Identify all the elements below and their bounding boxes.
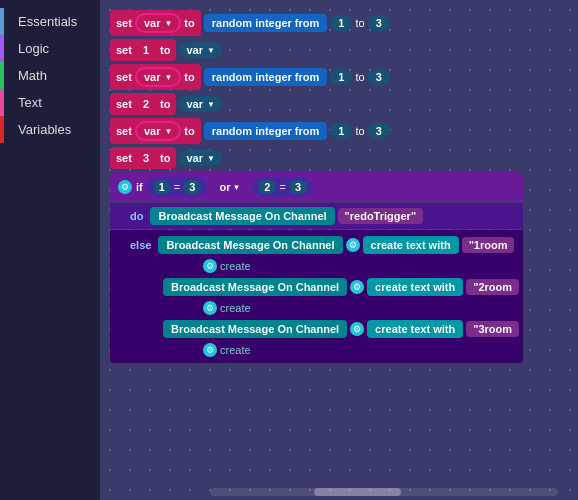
num-3c[interactable]: 3 xyxy=(368,123,390,139)
create-text-3[interactable]: create text with xyxy=(367,320,463,338)
cond-num-2[interactable]: 2 xyxy=(258,180,276,194)
do-section: do Broadcast Message On Channel " redoTr… xyxy=(110,203,523,229)
create-text-1[interactable]: create text with xyxy=(363,236,459,254)
num-1a[interactable]: 1 xyxy=(330,15,352,31)
create-text-2[interactable]: create text with xyxy=(367,278,463,296)
if-header: ⚙ if 1 = 3 or ▼ 2 = xyxy=(110,172,523,202)
gear-icon-if[interactable]: ⚙ xyxy=(118,180,132,194)
set-block-1[interactable]: set var to xyxy=(110,10,201,36)
else-section: else Broadcast Message On Channel ⚙ crea… xyxy=(110,230,523,363)
canvas-area: set var to random integer from 1 to 3 xyxy=(100,0,578,500)
scrollbar-thumb[interactable] xyxy=(314,488,401,496)
set-block-4[interactable]: set 2 to xyxy=(110,93,176,115)
gear-icon-2b[interactable]: ⚙ xyxy=(203,301,217,315)
broadcast-else-3[interactable]: Broadcast Message On Channel xyxy=(163,320,347,338)
var-dropdown-3[interactable]: var xyxy=(135,67,181,87)
num-3a[interactable]: 3 xyxy=(368,15,390,31)
gear-icon-2[interactable]: ⚙ xyxy=(350,280,364,294)
room-pill-3[interactable]: " 3room xyxy=(466,321,519,337)
cond-num-3b[interactable]: 3 xyxy=(289,180,307,194)
do-row: do Broadcast Message On Channel " redoTr… xyxy=(130,207,519,225)
gear-icon-3b[interactable]: ⚙ xyxy=(203,343,217,357)
set-block-5[interactable]: set var to xyxy=(110,118,201,144)
eq-block-1[interactable]: 1 = 3 xyxy=(147,177,208,197)
random-block-2[interactable]: random integer from xyxy=(204,68,328,86)
create-row-1: ⚙ create xyxy=(130,259,519,273)
eq-block-2[interactable]: 2 = 3 xyxy=(252,177,313,197)
num-1b[interactable]: 1 xyxy=(135,42,157,58)
num-1d[interactable]: 1 xyxy=(330,123,352,139)
set-3-to-var: set 3 to var xyxy=(110,147,523,169)
sidebar-item-text[interactable]: Text xyxy=(0,89,100,116)
num-3b[interactable]: 3 xyxy=(368,69,390,85)
num-3d[interactable]: 3 xyxy=(135,150,157,166)
else-row-3: Broadcast Message On Channel ⚙ create te… xyxy=(130,320,519,338)
set-block-3[interactable]: set var to xyxy=(110,64,201,90)
room-pill-2[interactable]: " 2room xyxy=(466,279,519,295)
broadcast-do[interactable]: Broadcast Message On Channel xyxy=(150,207,334,225)
set-var-row-3: set var to random integer from 1 to 3 xyxy=(110,118,523,144)
var-dropdown-1[interactable]: var xyxy=(135,13,181,33)
redo-trigger-pill[interactable]: " redoTrigger " xyxy=(338,208,424,224)
set-var-row-1: set var to random integer from 1 to 3 xyxy=(110,10,523,36)
sidebar-item-math[interactable]: Math xyxy=(0,62,100,89)
set-1-to-var: set 1 to var xyxy=(110,39,523,61)
num-2a[interactable]: 2 xyxy=(135,96,157,112)
room-pill-1[interactable]: " 1room xyxy=(462,237,515,253)
sidebar-item-logic[interactable]: Logic xyxy=(0,35,100,62)
broadcast-else-2[interactable]: Broadcast Message On Channel xyxy=(163,278,347,296)
sidebar-item-variables[interactable]: Variables xyxy=(0,116,100,143)
gear-icon-1[interactable]: ⚙ xyxy=(346,238,360,252)
cond-num-1[interactable]: 1 xyxy=(153,180,171,194)
broadcast-else-1[interactable]: Broadcast Message On Channel xyxy=(158,236,342,254)
blocks-container: set var to random integer from 1 to 3 xyxy=(110,10,523,363)
sidebar-item-essentials[interactable]: Essentials xyxy=(0,8,100,35)
random-block-1[interactable]: random integer from xyxy=(204,14,328,32)
var-dropdown-2[interactable]: var xyxy=(179,42,221,58)
if-label: if xyxy=(136,181,143,193)
else-row-2: Broadcast Message On Channel ⚙ create te… xyxy=(130,278,519,296)
cond-num-3a[interactable]: 3 xyxy=(183,180,201,194)
gear-icon-1b[interactable]: ⚙ xyxy=(203,259,217,273)
random-block-3[interactable]: random integer from xyxy=(204,122,328,140)
app-container: Essentials Logic Math Text Variables set… xyxy=(0,0,578,500)
var-dropdown-4[interactable]: var xyxy=(179,96,221,112)
num-1c[interactable]: 1 xyxy=(330,69,352,85)
set-block-2[interactable]: set 1 to xyxy=(110,39,176,61)
if-block: ⚙ if 1 = 3 or ▼ 2 = xyxy=(110,172,523,363)
create-row-2: ⚙ create xyxy=(130,301,519,315)
set-var-row-2: set var to random integer from 1 to 3 xyxy=(110,64,523,90)
else-row-1: else Broadcast Message On Channel ⚙ crea… xyxy=(130,236,519,254)
or-block[interactable]: or ▼ xyxy=(211,178,248,196)
scrollbar-track xyxy=(210,488,558,496)
gear-icon-3[interactable]: ⚙ xyxy=(350,322,364,336)
var-dropdown-6[interactable]: var xyxy=(179,150,221,166)
set-block-6[interactable]: set 3 to xyxy=(110,147,176,169)
var-dropdown-5[interactable]: var xyxy=(135,121,181,141)
create-row-3: ⚙ create xyxy=(130,343,519,357)
sidebar: Essentials Logic Math Text Variables xyxy=(0,0,100,500)
set-2-to-var: set 2 to var xyxy=(110,93,523,115)
